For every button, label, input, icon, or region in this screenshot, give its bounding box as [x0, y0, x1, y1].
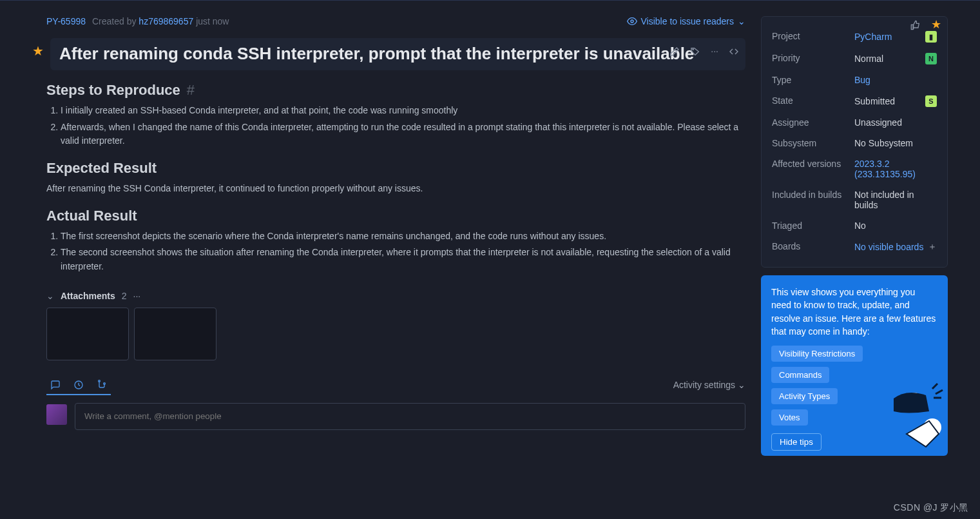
- state-label: State: [772, 95, 854, 106]
- expected-heading: Expected Result: [46, 160, 745, 177]
- attachments-label[interactable]: Attachments: [61, 291, 115, 301]
- actual-heading: Actual Result: [46, 208, 745, 224]
- add-board-icon[interactable]: ＋: [928, 241, 937, 253]
- tip-pill-votes[interactable]: Votes: [771, 409, 808, 426]
- priority-label: Priority: [772, 53, 854, 63]
- visibility-dropdown[interactable]: Visible to issue readers ⌄: [627, 16, 745, 26]
- triaged-label: Triaged: [772, 220, 854, 231]
- chevron-down-icon[interactable]: ⌄: [46, 291, 54, 301]
- priority-value[interactable]: Normal: [854, 54, 920, 64]
- pycharm-badge-icon: ▮: [925, 31, 937, 43]
- state-badge-icon: S: [925, 95, 937, 107]
- watermark: CSDN @J 罗小黑: [894, 502, 968, 514]
- included-label: Included in builds: [772, 190, 854, 200]
- tips-panel: This view shows you everything you need …: [761, 275, 948, 456]
- history-tab-icon[interactable]: [73, 378, 84, 390]
- type-label: Type: [772, 75, 854, 85]
- more-icon[interactable]: ···: [711, 46, 718, 57]
- svg-point-0: [631, 20, 633, 23]
- hide-tips-button[interactable]: Hide tips: [771, 433, 821, 451]
- type-value[interactable]: Bug: [854, 75, 937, 85]
- expected-text: After renaming the SSH Conda interpreter…: [46, 182, 745, 196]
- vcs-tab-icon[interactable]: [97, 378, 107, 390]
- tip-pill-activity[interactable]: Activity Types: [771, 388, 838, 404]
- chevron-down-icon: ⌄: [738, 16, 745, 26]
- tag-icon[interactable]: [690, 46, 700, 57]
- anchor-icon[interactable]: #: [187, 82, 195, 99]
- step-item: Afterwards, when I changed the name of t…: [61, 121, 745, 148]
- activity-settings-dropdown[interactable]: Activity settings ⌄: [673, 380, 745, 390]
- visibility-label: Visible to issue readers: [641, 16, 734, 26]
- actual-item: The second screenshot shows the situatio…: [61, 246, 745, 273]
- boards-value[interactable]: No visible boards: [854, 242, 925, 252]
- affected-label: Affected versions: [772, 159, 854, 169]
- author-link[interactable]: hz769869657: [139, 16, 193, 26]
- attachments-count: 2: [122, 291, 127, 301]
- code-icon[interactable]: [729, 46, 739, 57]
- attachment-thumbnail[interactable]: [134, 308, 216, 360]
- tip-pill-visibility[interactable]: Visibility Restrictions: [771, 346, 863, 362]
- attachment-thumbnail[interactable]: [46, 308, 129, 360]
- comment-input[interactable]: [75, 403, 745, 430]
- steps-heading: Steps to Reproduce #: [46, 82, 745, 99]
- properties-panel: ProjectPyCharm▮ PriorityNormalN TypeBug …: [761, 16, 948, 268]
- state-value[interactable]: Submitted: [854, 96, 920, 106]
- actual-item: The first screenshot depicts the scenari…: [61, 230, 745, 244]
- assignee-value[interactable]: Unassigned: [854, 117, 937, 128]
- assignee-label: Assignee: [772, 117, 854, 128]
- chevron-down-icon: ⌄: [738, 380, 745, 390]
- issue-meta: PY-65998 Created by hz769869657 just now: [46, 16, 229, 26]
- favorite-star-icon[interactable]: ★: [32, 43, 44, 59]
- included-value[interactable]: Not included in builds: [854, 190, 937, 210]
- title-container: After renaming conda SSH interpreter, pr…: [50, 38, 745, 70]
- issue-id-link[interactable]: PY-65998: [46, 16, 86, 26]
- timestamp: just now: [196, 16, 229, 26]
- created-by-label: Created by: [92, 16, 136, 26]
- tip-pill-commands[interactable]: Commands: [771, 367, 829, 383]
- project-label: Project: [772, 31, 854, 41]
- affected-value[interactable]: 2023.3.2 (233.13135.95): [854, 159, 937, 179]
- edit-icon[interactable]: [669, 46, 680, 57]
- issue-title[interactable]: After renaming conda SSH interpreter, pr…: [59, 44, 736, 64]
- triaged-value[interactable]: No: [854, 220, 937, 231]
- svg-point-1: [693, 49, 693, 50]
- project-value[interactable]: PyCharm: [854, 32, 920, 42]
- priority-badge-icon: N: [925, 53, 937, 64]
- subsystem-label: Subsystem: [772, 138, 854, 148]
- star-icon[interactable]: ★: [931, 17, 941, 32]
- avatar: [46, 404, 67, 425]
- tips-illustration: [868, 376, 945, 453]
- tips-body: This view shows you everything you need …: [771, 286, 937, 338]
- comments-tab-icon[interactable]: [50, 378, 61, 390]
- step-item: I initially created an SSH-based Conda i…: [61, 104, 745, 118]
- subsystem-value[interactable]: No Subsystem: [854, 138, 937, 148]
- more-icon[interactable]: ···: [133, 291, 141, 301]
- thumb-up-icon[interactable]: [910, 19, 921, 30]
- boards-label: Boards: [772, 241, 854, 251]
